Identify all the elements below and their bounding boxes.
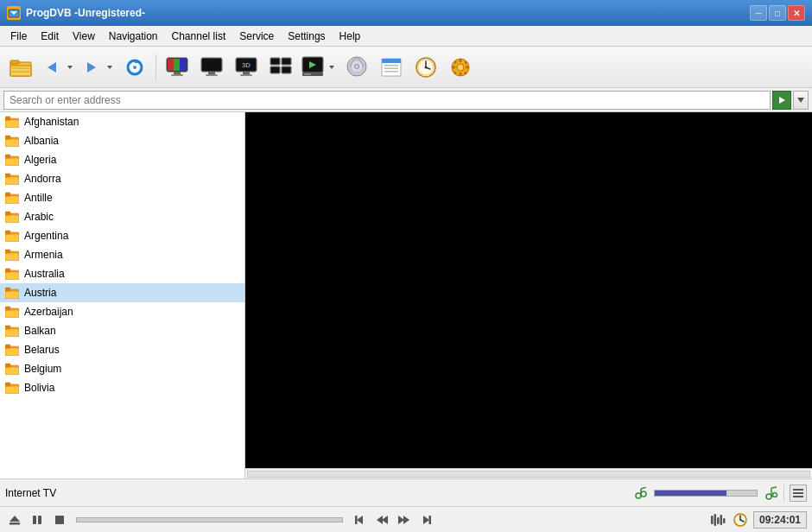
stop-button[interactable] <box>50 510 69 529</box>
svg-point-115 <box>636 493 641 498</box>
list-item[interactable]: Afghanistan <box>0 112 244 131</box>
title-text: ProgDVB -Unregistered- <box>26 7 145 19</box>
media-player-dropdown[interactable] <box>326 52 338 83</box>
list-item-austria[interactable]: Austria <box>0 283 244 302</box>
list-item[interactable]: Azerbaijan <box>0 302 244 321</box>
epg-button[interactable] <box>376 52 407 83</box>
fast-forward-button[interactable] <box>395 510 414 529</box>
open-folder-button[interactable] <box>5 52 36 83</box>
svg-rect-71 <box>5 120 19 128</box>
list-icon <box>792 487 804 499</box>
search-input[interactable] <box>3 91 771 110</box>
svg-rect-42 <box>304 73 311 75</box>
svg-rect-142 <box>720 515 722 525</box>
app-icon <box>7 6 21 20</box>
channel-list-panel[interactable]: Afghanistan Albania Algeria A <box>0 112 245 478</box>
menu-navigation[interactable]: Navigation <box>102 27 165 46</box>
address-dropdown[interactable] <box>793 91 809 110</box>
forward-dropdown[interactable] <box>104 52 116 83</box>
list-item[interactable]: Andorra <box>0 169 244 188</box>
svg-rect-102 <box>5 307 10 310</box>
back-dropdown[interactable] <box>64 52 76 83</box>
clock-button[interactable] <box>731 510 750 529</box>
svg-marker-137 <box>423 516 429 524</box>
media-player-group <box>300 52 338 83</box>
folder-icon <box>5 363 19 375</box>
list-item[interactable]: Balkan <box>0 321 244 340</box>
close-button[interactable]: ✕ <box>788 5 805 21</box>
scheduler-button[interactable] <box>410 52 441 83</box>
svg-rect-86 <box>5 215 19 223</box>
menu-bar: File Edit View Navigation Channel list S… <box>0 26 812 47</box>
monitor-color-button[interactable] <box>162 52 193 83</box>
svg-rect-110 <box>5 367 19 375</box>
menu-channel-list[interactable]: Channel list <box>165 27 233 46</box>
disc-button[interactable] <box>341 52 372 83</box>
horizontal-scrollbar[interactable] <box>245 468 812 478</box>
folder-icon <box>5 382 19 394</box>
svg-rect-62 <box>452 66 455 68</box>
svg-rect-50 <box>384 65 398 66</box>
equalizer-button[interactable] <box>708 510 727 529</box>
list-item[interactable]: Armenia <box>0 245 244 264</box>
list-item[interactable]: Albania <box>0 131 244 150</box>
list-item[interactable]: Belarus <box>0 340 244 359</box>
svg-rect-19 <box>174 72 181 74</box>
svg-line-118 <box>641 487 646 489</box>
settings-button[interactable] <box>445 52 476 83</box>
seek-bar[interactable] <box>76 517 343 522</box>
svg-marker-126 <box>10 516 20 522</box>
next-chapter-button[interactable] <box>417 510 436 529</box>
eject-button[interactable] <box>5 510 24 529</box>
menu-file[interactable]: File <box>3 27 34 46</box>
rewind-button[interactable] <box>372 510 391 529</box>
svg-rect-99 <box>5 288 10 291</box>
refresh-button[interactable] <box>119 52 150 83</box>
prev-chapter-button[interactable] <box>350 510 369 529</box>
svg-rect-87 <box>5 212 10 215</box>
menu-settings[interactable]: Settings <box>281 27 332 46</box>
menu-help[interactable]: Help <box>333 27 368 46</box>
multiview-button[interactable] <box>265 52 296 83</box>
svg-rect-18 <box>180 59 187 71</box>
svg-rect-101 <box>5 310 19 318</box>
folder-icon <box>5 306 19 318</box>
bottom-volume-slider[interactable] <box>654 490 758 497</box>
svg-text:3D: 3D <box>242 61 251 69</box>
menu-edit[interactable]: Edit <box>34 27 66 46</box>
clock-display: 09:24:01 <box>753 511 807 529</box>
list-item[interactable]: Australia <box>0 264 244 283</box>
list-view-button[interactable] <box>790 484 807 502</box>
list-item[interactable]: Belgium <box>0 359 244 378</box>
menu-view[interactable]: View <box>66 27 102 46</box>
3d-button[interactable]: 3D <box>231 52 262 83</box>
forward-button-group <box>79 52 116 83</box>
svg-rect-17 <box>174 59 180 71</box>
transport-bar: 09:24:01 <box>0 506 812 532</box>
svg-rect-22 <box>202 59 221 71</box>
go-button[interactable] <box>772 91 791 110</box>
svg-marker-134 <box>382 516 388 524</box>
menu-service[interactable]: Service <box>232 27 281 46</box>
svg-rect-80 <box>5 177 19 185</box>
list-item[interactable]: Algeria <box>0 150 244 169</box>
list-item[interactable]: Bolivia <box>0 378 244 397</box>
svg-point-57 <box>425 66 428 68</box>
list-item[interactable]: Arabic <box>0 207 244 226</box>
monitor-button[interactable] <box>196 52 227 83</box>
title-bar-controls: ─ □ ✕ <box>750 5 805 21</box>
music-note-icon <box>764 486 778 500</box>
media-player-button[interactable] <box>300 52 326 83</box>
minimize-button[interactable]: ─ <box>750 5 767 21</box>
list-item[interactable]: Argentina <box>0 226 244 245</box>
list-item[interactable]: Antille <box>0 188 244 207</box>
video-panel <box>245 112 812 468</box>
pause-button[interactable] <box>28 510 47 529</box>
svg-rect-143 <box>723 518 726 523</box>
maximize-button[interactable]: □ <box>769 5 786 21</box>
back-button[interactable] <box>40 52 64 83</box>
forward-button[interactable] <box>79 52 104 83</box>
svg-rect-113 <box>5 386 19 394</box>
svg-rect-63 <box>466 66 469 68</box>
h-scrollbar-track[interactable] <box>247 471 810 478</box>
